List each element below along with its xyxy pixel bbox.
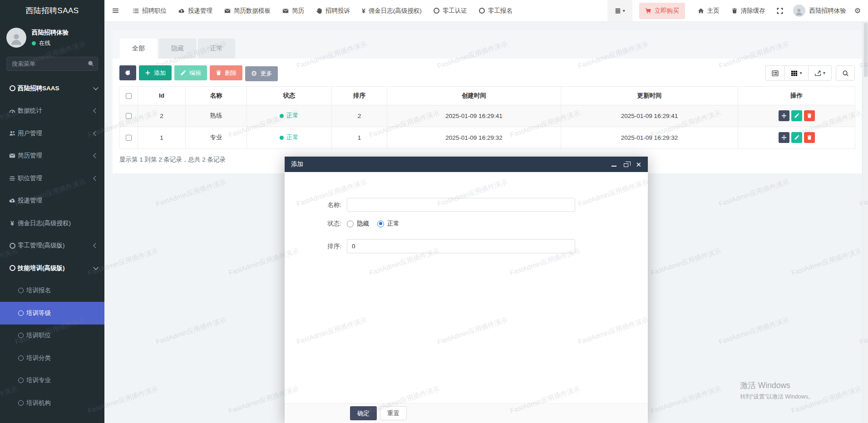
navbar-item[interactable]: ¥佣金日志(高级授权) (356, 0, 428, 21)
tab-隐藏[interactable]: 隐藏 (159, 39, 196, 59)
trash-icon (731, 8, 738, 14)
cell-updated: 2025-01-09 16:29:41 (561, 105, 738, 127)
radio-label[interactable]: 隐藏 (357, 220, 369, 228)
clear-cache-button[interactable]: 清除缓存 (725, 0, 771, 21)
sidebar-subitem[interactable]: 培训专业 (0, 369, 104, 392)
cell-status: 正常 (247, 105, 332, 127)
edit-button[interactable]: 编辑 (174, 65, 207, 80)
home-button[interactable]: 主页 (692, 0, 725, 21)
column-header[interactable]: 状态 (247, 86, 332, 105)
navbar-user-menu[interactable]: 西陆招聘体验 (789, 0, 851, 21)
table-search-button[interactable] (836, 65, 855, 81)
settings-gear-icon[interactable]: ⚙ (851, 6, 868, 15)
chevron-left-icon (93, 176, 98, 181)
status-dot-icon (280, 114, 284, 118)
buy-now-button[interactable]: 立即购买 (639, 3, 685, 19)
sidebar-subitem[interactable]: 培训职位 (0, 325, 104, 347)
select-all-checkbox[interactable] (126, 93, 132, 99)
chevron-down-icon (93, 85, 98, 90)
navbar-item[interactable]: 招聘职位 (127, 0, 173, 21)
status-radio-隐藏[interactable] (347, 221, 354, 227)
sidebar-item[interactable]: 西陆招聘SAAS (0, 77, 104, 100)
edit-row-button[interactable] (791, 132, 802, 143)
column-header[interactable]: 名称 (186, 86, 247, 105)
dialog-titlebar[interactable]: 添加 ✕ (285, 157, 648, 172)
fullscreen-icon[interactable] (771, 8, 789, 14)
sidebar-item[interactable]: 技能培训(高级版) (0, 257, 104, 280)
row-checkbox[interactable] (126, 135, 132, 141)
column-header[interactable]: 排序 (332, 86, 387, 105)
caret-down-icon: ▾ (623, 9, 625, 13)
navbar-item[interactable]: 投递管理 (173, 0, 218, 21)
status-dot-icon (280, 136, 284, 140)
tab-全部[interactable]: 全部 (120, 39, 157, 59)
column-header[interactable]: Id (138, 86, 186, 105)
refresh-button[interactable] (119, 65, 136, 80)
column-header[interactable]: 更新时间 (561, 86, 738, 105)
drag-sort-button[interactable] (779, 110, 789, 121)
navbar-avatar (793, 5, 805, 17)
delete-row-button[interactable] (804, 132, 815, 143)
column-header[interactable]: 创建时间 (387, 86, 561, 105)
minimize-icon[interactable] (612, 162, 616, 167)
navbar-item[interactable]: 零工认证 (428, 0, 473, 21)
scrollbar[interactable] (863, 22, 868, 423)
columns-toggle-button[interactable]: ▾ (784, 65, 808, 81)
data-table: Id名称状态排序创建时间更新时间操作 2熟练正常22025-01-09 16:2… (119, 86, 855, 149)
sort-input[interactable] (347, 239, 575, 253)
navbar-item[interactable]: 简历 (276, 0, 310, 21)
scrollbar-thumb[interactable] (864, 23, 868, 77)
sidebar-item[interactable]: 零工管理(高级版) (0, 235, 104, 257)
bars-icon (615, 8, 621, 14)
ring-icon (479, 8, 485, 14)
home-icon (698, 8, 704, 14)
user-avatar (6, 28, 26, 48)
tabs-dropdown-button[interactable]: ▾ (607, 0, 632, 21)
menu-toggle-icon[interactable] (104, 0, 127, 21)
detail-view-button[interactable] (765, 65, 784, 81)
ok-button[interactable]: 确定 (350, 406, 377, 420)
export-button[interactable]: ▾ (808, 65, 832, 81)
search-icon[interactable] (88, 60, 94, 67)
close-icon[interactable]: ✕ (636, 161, 641, 168)
sidebar-subitem[interactable]: 培训机构 (0, 392, 104, 414)
maximize-icon[interactable] (624, 163, 628, 167)
sidebar-item[interactable]: 投递管理 (0, 190, 104, 212)
sidebar-subitem[interactable]: 培训等级 (0, 302, 104, 325)
cell-id: 2 (138, 105, 186, 127)
status-radio-正常[interactable] (377, 221, 384, 227)
sidebar-item[interactable]: 数据统计 (0, 100, 104, 123)
lines-icon (7, 175, 18, 182)
name-input[interactable] (347, 198, 575, 212)
ring-icon (15, 333, 26, 338)
sidebar: 西陆招聘SAAS 西陆招聘体验 在线 西陆招聘SAAS数据统计用户管理简历管理职… (0, 0, 104, 423)
edit-row-button[interactable] (791, 110, 802, 121)
dialog-controls: ✕ (612, 161, 641, 168)
navbar-item[interactable]: 零工报名 (473, 0, 518, 21)
cloud-up-icon (7, 197, 18, 204)
row-checkbox[interactable] (126, 113, 132, 119)
radio-label[interactable]: 正常 (387, 220, 399, 228)
menu-search-input[interactable] (6, 57, 98, 71)
form-row-status: 状态: 隐藏正常 (285, 220, 648, 228)
sidebar-subitem[interactable]: 培训分类 (0, 347, 104, 369)
cell-status: 正常 (247, 127, 332, 148)
add-button[interactable]: 添加 (139, 65, 172, 80)
drag-sort-button[interactable] (779, 132, 789, 143)
sidebar-subitem[interactable]: 培训报名 (0, 280, 104, 302)
reset-button[interactable]: 重置 (380, 406, 407, 420)
content-panel: 全部隐藏正常 添加编辑删除⚙更多 ▾▾ Id名称状态排序创建时间更新时间操作 2… (113, 30, 862, 173)
delete-row-button[interactable] (804, 110, 815, 121)
sidebar-item[interactable]: 用户管理 (0, 122, 104, 145)
sidebar-item[interactable]: 职位管理 (0, 167, 104, 190)
tab-正常[interactable]: 正常 (198, 39, 235, 59)
column-header[interactable]: 操作 (738, 86, 855, 105)
navbar-item[interactable]: 简历数据模板 (218, 0, 276, 21)
navbar-item[interactable]: 招聘投诉 (310, 0, 356, 21)
sidebar-item[interactable]: ¥佣金日志(高级授权) (0, 212, 104, 235)
sort-label: 排序: (285, 242, 347, 251)
more-button[interactable]: ⚙更多 (245, 66, 278, 81)
ring-icon (15, 400, 26, 406)
sidebar-item[interactable]: 简历管理 (0, 145, 104, 167)
delete-button[interactable]: 删除 (210, 65, 242, 80)
